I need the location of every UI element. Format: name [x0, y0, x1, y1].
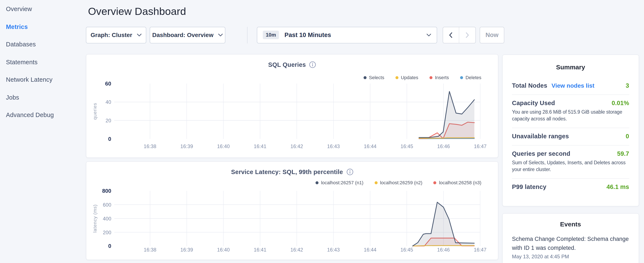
time-next-button[interactable] — [459, 27, 475, 43]
svg-text:16:41: 16:41 — [254, 247, 266, 252]
svg-text:16:46: 16:46 — [437, 247, 450, 252]
svg-text:latency (ms): latency (ms) — [92, 204, 98, 232]
svg-text:16:44: 16:44 — [364, 143, 376, 149]
events-panel: Events Schema Change Completed: Schema c… — [502, 213, 639, 263]
summary-description: You are using 28.6 MiB of 515.9 GiB usab… — [512, 109, 629, 122]
svg-text:40: 40 — [106, 99, 111, 105]
summary-row-total-nodes: Total Nodes View nodes list 3 — [512, 78, 629, 95]
page-title: Overview Dashboard — [88, 6, 186, 18]
time-range-label: Past 10 Minutes — [284, 32, 331, 38]
svg-text:16:42: 16:42 — [290, 247, 303, 252]
time-prev-button[interactable] — [443, 27, 459, 43]
svg-text:16:46: 16:46 — [437, 143, 450, 149]
now-button[interactable]: Now — [480, 27, 504, 43]
svg-text:16:43: 16:43 — [327, 143, 340, 149]
svg-text:0: 0 — [108, 136, 111, 142]
summary-row-capacity-used: Capacity Used 0.01% You are using 28.6 M… — [512, 95, 629, 128]
toolbar-divider — [247, 27, 248, 43]
summary-label: Total Nodes — [512, 82, 547, 89]
summary-label: P99 latency — [512, 183, 546, 190]
svg-text:800: 800 — [102, 188, 111, 194]
chevron-left-icon — [449, 32, 452, 38]
svg-text:16:39: 16:39 — [180, 143, 193, 149]
event-text: Schema Change Completed: Schema change w… — [512, 234, 629, 252]
svg-text:0: 0 — [108, 243, 111, 249]
summary-description: Sum of Selects, Updates, Inserts, and De… — [512, 160, 629, 173]
chart-canvas[interactable]: 16:3816:3916:4016:4116:4216:4316:4416:45… — [86, 162, 498, 259]
sidebar-item-advanced-debug[interactable]: Advanced Debug — [6, 111, 82, 119]
sidebar-item-overview[interactable]: Overview — [6, 5, 82, 13]
sidebar: Overview Metrics Databases Statements Ne… — [6, 5, 82, 129]
graph-dropdown[interactable]: Graph: Cluster — [86, 27, 146, 43]
view-nodes-list-link[interactable]: View nodes list — [552, 82, 594, 89]
svg-text:60: 60 — [105, 81, 111, 87]
svg-text:16:41: 16:41 — [254, 143, 266, 149]
svg-text:16:38: 16:38 — [144, 247, 156, 252]
summary-row-p99-latency: P99 latency 46.1 ms — [512, 178, 629, 196]
svg-text:600: 600 — [103, 202, 112, 208]
chevron-down-icon — [218, 34, 223, 36]
summary-heading: Summary — [512, 63, 629, 71]
summary-label: Queries per second — [512, 150, 570, 157]
svg-text:20: 20 — [106, 118, 111, 123]
svg-text:16:39: 16:39 — [180, 247, 193, 252]
service-latency-chart-panel: Service Latency: SQL, 99th percentile lo… — [86, 161, 498, 260]
summary-row-unavailable-ranges: Unavailable ranges 0 — [512, 128, 629, 145]
svg-text:400: 400 — [103, 216, 112, 221]
summary-value: 0 — [626, 133, 629, 140]
svg-text:16:40: 16:40 — [217, 143, 230, 149]
event-item[interactable]: Schema Change Completed: Schema change w… — [512, 234, 629, 259]
time-step-buttons — [442, 27, 476, 43]
summary-value: 59.7 — [617, 150, 629, 157]
chevron-down-icon — [426, 34, 431, 36]
svg-text:16:42: 16:42 — [290, 143, 303, 149]
summary-panel: Summary Total Nodes View nodes list 3 Ca… — [502, 55, 639, 206]
summary-value: 0.01% — [612, 100, 629, 106]
sidebar-item-statements[interactable]: Statements — [6, 58, 82, 66]
event-timestamp: May 13, 2020 at 4:45 PM — [512, 254, 629, 259]
dashboard-dropdown-label: Dashboard: Overview — [152, 32, 214, 38]
summary-row-queries-per-second: Queries per second 59.7 Sum of Selects, … — [512, 145, 629, 178]
svg-text:16:43: 16:43 — [327, 247, 340, 252]
svg-text:16:45: 16:45 — [400, 143, 413, 149]
svg-text:16:38: 16:38 — [144, 143, 156, 149]
dashboard-dropdown[interactable]: Dashboard: Overview — [150, 27, 225, 43]
svg-text:16:40: 16:40 — [217, 247, 230, 252]
chevron-down-icon — [137, 34, 142, 36]
summary-value: 3 — [626, 82, 629, 89]
admin-ui-root: Overview Metrics Databases Statements Ne… — [0, 0, 644, 263]
chart-canvas[interactable]: 16:3816:3916:4016:4116:4216:4316:4416:45… — [86, 55, 498, 157]
svg-text:16:45: 16:45 — [400, 247, 413, 252]
summary-value: 46.1 ms — [606, 183, 629, 190]
svg-text:16:47: 16:47 — [474, 247, 487, 252]
toolbar: Graph: Cluster Dashboard: Overview 10m P… — [86, 27, 504, 43]
sql-queries-chart-panel: SQL Queries SelectsUpdatesInsertsDeletes… — [86, 54, 498, 158]
graph-dropdown-label: Graph: Cluster — [90, 32, 132, 38]
chevron-right-icon — [466, 32, 469, 38]
summary-label: Capacity Used — [512, 100, 555, 106]
sidebar-item-network-latency[interactable]: Network Latency — [6, 76, 82, 83]
events-heading: Events — [512, 220, 629, 228]
sidebar-item-metrics[interactable]: Metrics — [6, 23, 82, 31]
sidebar-item-databases[interactable]: Databases — [6, 41, 82, 48]
time-range-selector[interactable]: 10m Past 10 Minutes — [257, 27, 437, 43]
sidebar-item-jobs[interactable]: Jobs — [6, 93, 82, 101]
svg-text:16:47: 16:47 — [474, 143, 487, 149]
svg-text:200: 200 — [103, 229, 112, 235]
svg-text:16:44: 16:44 — [364, 247, 376, 252]
summary-label: Unavailable ranges — [512, 133, 569, 140]
time-range-badge: 10m — [263, 31, 279, 39]
svg-text:queries: queries — [92, 103, 98, 120]
